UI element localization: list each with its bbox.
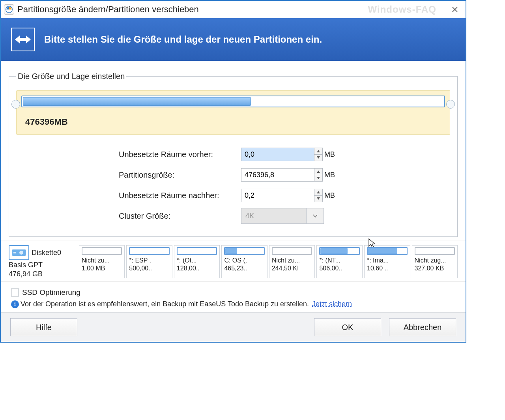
space-before-label: Unbesetzte Räume vorher: [119, 150, 241, 159]
partition-tile-label: *: (NT... [319, 257, 360, 264]
partition-tile-size: 327,00 KB [415, 264, 455, 272]
disk-name: Diskette0 [32, 249, 61, 257]
partition-size-label: 476396MB [21, 117, 445, 127]
partition-tile-label: Nicht zug... [415, 257, 455, 264]
cluster-size-value: 4K [241, 212, 306, 220]
partition-tile[interactable]: *: Ima...10,60 .. [364, 245, 410, 278]
size-position-fieldset: Die Größe und Lage einstellen 476396MB U… [9, 72, 458, 237]
partition-tile[interactable]: *: (Ot...128,00.. [174, 245, 220, 278]
partition-tile[interactable]: Nicht zug...327,00 KB [412, 245, 458, 278]
space-before-down[interactable] [314, 155, 322, 161]
backup-now-link[interactable]: Jetzt sichern [312, 300, 352, 308]
button-bar: Hilfe OK Abbrechen [1, 312, 466, 342]
partition-tile[interactable]: *: ESP .500,00.. [126, 245, 172, 278]
partition-slider[interactable]: 476396MB [16, 90, 450, 135]
svg-rect-3 [13, 252, 16, 253]
partition-tile-bar [367, 247, 408, 255]
space-before-input[interactable] [241, 148, 314, 161]
partition-tile-size: 500,00.. [129, 264, 170, 272]
space-after-up[interactable] [314, 189, 322, 196]
slider-handle-right[interactable] [446, 100, 455, 109]
partition-size-input[interactable] [241, 168, 314, 182]
partition-tile-bar [415, 247, 455, 255]
partition-tile-bar [177, 247, 217, 255]
partition-tile[interactable]: *: (NT...506,00.. [316, 245, 363, 278]
partition-tile-size: 506,00.. [319, 264, 360, 272]
app-icon [4, 4, 14, 15]
banner-text: Bitte stellen Sie die Größe und lage der… [44, 34, 322, 45]
partition-tile[interactable]: Nicht zu...1,00 MB [79, 245, 125, 278]
partition-tile-size: 128,00.. [177, 264, 217, 272]
window-title: Partitionsgröße ändern/Partitionen versc… [17, 4, 199, 15]
partition-tile-label: Nicht zu... [272, 257, 312, 264]
cluster-size-combo: 4K [241, 208, 324, 224]
info-icon: i [11, 300, 19, 308]
disk-layout-strip: Diskette0 Basis GPT 476,94 GB Nicht zu..… [1, 240, 466, 282]
partition-tile[interactable]: Nicht zu...244,50 KI [269, 245, 315, 278]
space-after-down[interactable] [314, 196, 322, 202]
disk-info: Diskette0 Basis GPT 476,94 GB [9, 245, 77, 278]
unit-label: MB [324, 171, 335, 179]
partition-bar-fill [23, 97, 251, 106]
disk-type: Basis GPT [9, 261, 77, 269]
space-after-label: Unbesetzte Räume nachher: [119, 191, 241, 200]
partition-tile-bar [129, 247, 170, 255]
partition-tile-size: 1,00 MB [82, 264, 122, 272]
partition-tile-label: Nicht zu... [82, 257, 122, 264]
banner: Bitte stellen Sie die Größe und lage der… [1, 18, 466, 61]
partition-size-field-label: Partitionsgröße: [119, 171, 241, 180]
help-button[interactable]: Hilfe [10, 318, 77, 336]
fieldset-legend: Die Größe und Lage einstellen [16, 72, 126, 81]
partition-tile-label: *: Ima... [367, 257, 408, 264]
ssd-optimization-label: SSD Optimierung [22, 288, 80, 297]
disk-total: 476,94 GB [9, 270, 77, 278]
slider-handle-left[interactable] [11, 100, 20, 109]
partition-tile-label: *: ESP . [129, 257, 170, 264]
disk-icon [9, 245, 29, 260]
partition-tile-label: *: (Ot... [177, 257, 217, 264]
unit-label: MB [324, 150, 335, 159]
partition-tile-bar [82, 247, 122, 255]
partition-size-down[interactable] [314, 175, 322, 182]
partition-tile-size: 244,50 KI [272, 264, 312, 272]
ssd-optimization-checkbox[interactable] [11, 289, 19, 296]
unit-label: MB [324, 191, 335, 200]
backup-hint-text: Vor der Operation ist es empfehlenswert,… [21, 300, 309, 308]
partition-tile-bar [272, 247, 312, 255]
cluster-size-label: Cluster Größe: [119, 212, 241, 221]
partition-size-up[interactable] [314, 169, 322, 175]
svg-point-2 [19, 251, 23, 255]
chevron-down-icon [306, 208, 324, 223]
partition-bar[interactable] [21, 96, 445, 107]
titlebar: Partitionsgröße ändern/Partitionen versc… [1, 1, 466, 18]
partition-tile-label: C: OS (. [224, 257, 265, 264]
resize-icon [11, 28, 35, 51]
partition-tile-bar [319, 247, 360, 255]
partition-tile-bar [224, 247, 265, 255]
close-button[interactable] [447, 2, 462, 17]
partition-tile[interactable]: C: OS (.465,23.. [221, 245, 267, 278]
partition-tile-size: 10,60 .. [367, 264, 408, 272]
space-after-input[interactable] [241, 189, 314, 202]
ok-button[interactable]: OK [314, 318, 381, 336]
partition-tile-size: 465,23.. [224, 264, 265, 272]
cancel-button[interactable]: Abbrechen [389, 318, 456, 336]
space-before-up[interactable] [314, 148, 322, 155]
watermark: Windows-FAQ [368, 4, 436, 15]
